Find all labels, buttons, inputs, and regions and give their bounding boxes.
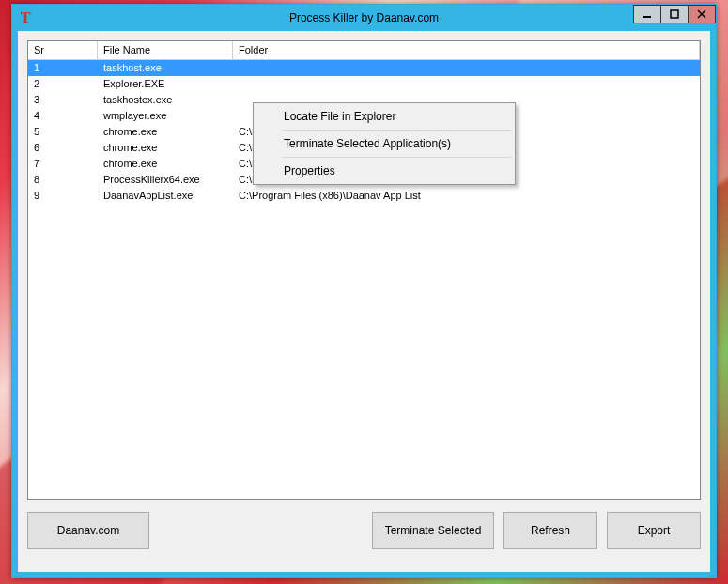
table-row[interactable]: 2Explorer.EXE [28, 76, 700, 92]
close-icon [697, 9, 706, 19]
cell-sr: 6 [28, 140, 98, 156]
terminate-selected-button[interactable]: Terminate Selected [372, 512, 494, 549]
context-menu-item-terminate[interactable]: Terminate Selected Application(s) [256, 132, 513, 155]
app-icon: T [18, 10, 33, 25]
context-menu-separator [282, 157, 512, 158]
cell-file: ProcessKillerx64.exe [98, 172, 233, 188]
cell-file: DaanavAppList.exe [98, 188, 233, 204]
table-row[interactable]: 1taskhost.exe [28, 60, 700, 76]
list-header[interactable]: Sr File Name Folder [28, 41, 700, 60]
context-menu-item-properties[interactable]: Properties [256, 160, 513, 182]
column-header-sr[interactable]: Sr [28, 41, 98, 59]
titlebar-controls [634, 5, 716, 23]
context-menu-separator [282, 130, 512, 131]
context-menu-item-locate[interactable]: Locate File in Explorer [256, 105, 513, 128]
cell-sr: 7 [28, 156, 98, 172]
cell-folder [233, 76, 700, 92]
column-header-folder[interactable]: Folder [233, 41, 700, 59]
window-title: Process Killer by Daanav.com [12, 11, 716, 24]
column-header-file[interactable]: File Name [98, 41, 233, 59]
cell-file: taskhost.exe [98, 60, 233, 76]
cell-file: Explorer.EXE [98, 76, 233, 92]
spacer [159, 512, 363, 549]
cell-sr: 2 [28, 76, 98, 92]
minimize-icon [643, 9, 652, 19]
context-menu: Locate File in Explorer Terminate Select… [253, 102, 516, 185]
cell-sr: 5 [28, 124, 98, 140]
close-button[interactable] [688, 5, 716, 23]
cell-sr: 9 [28, 188, 98, 204]
maximize-button[interactable] [660, 5, 689, 23]
cell-sr: 1 [28, 60, 98, 76]
table-row[interactable]: 9DaanavAppList.exeC:\Program Files (x86)… [28, 188, 700, 204]
cell-folder [233, 60, 700, 76]
cell-sr: 8 [28, 172, 98, 188]
refresh-button[interactable]: Refresh [503, 512, 597, 549]
svg-rect-1 [671, 10, 678, 18]
titlebar[interactable]: T Process Killer by Daanav.com [12, 5, 716, 31]
cell-file: chrome.exe [98, 124, 233, 140]
cell-folder: C:\Program Files (x86)\Daanav App List [233, 188, 700, 204]
app-window: T Process Killer by Daanav.com Sr File N… [11, 4, 717, 578]
cell-file: taskhostex.exe [98, 92, 233, 108]
minimize-button[interactable] [633, 5, 661, 23]
button-row: Daanav.com Terminate Selected Refresh Ex… [27, 512, 701, 549]
cell-sr: 4 [28, 108, 98, 124]
cell-file: chrome.exe [98, 140, 233, 156]
cell-sr: 3 [28, 92, 98, 108]
cell-file: wmplayer.exe [98, 108, 233, 124]
daanav-link-button[interactable]: Daanav.com [27, 512, 149, 549]
maximize-icon [670, 9, 679, 19]
export-button[interactable]: Export [607, 512, 701, 549]
cell-file: chrome.exe [98, 156, 233, 172]
client-area: Sr File Name Folder 1taskhost.exe2Explor… [18, 31, 710, 572]
